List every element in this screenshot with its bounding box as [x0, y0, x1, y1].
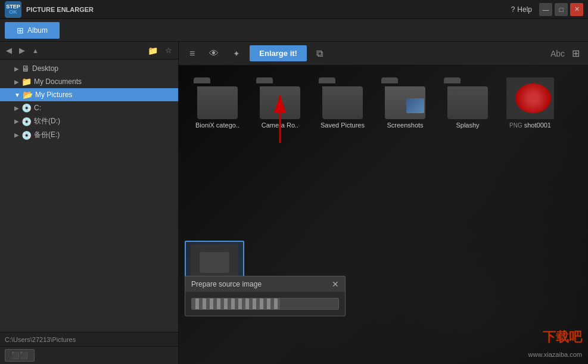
dialog-title: Prepare source image — [191, 280, 262, 288]
image-thumbnail-shot0002 — [191, 244, 238, 280]
image-thumbnail — [506, 77, 554, 119]
folder-thumbnail — [194, 77, 241, 119]
title-bar: STEP OK PICTURE ENLARGER ? Help — □ ✕ — [0, 0, 588, 19]
file-label: Camera Ro.. — [262, 122, 298, 129]
progress-bar-track — [191, 298, 339, 310]
folder-body — [260, 86, 300, 119]
folder-item-screenshots[interactable]: Screenshots — [378, 77, 432, 129]
folder-body — [447, 86, 488, 119]
file-label: Splashy — [456, 122, 479, 129]
folder-thumbnail — [256, 77, 304, 119]
folder-tab — [256, 77, 273, 83]
drive-icon: 💿 — [21, 103, 32, 113]
folder-icon: 🖥 — [21, 64, 30, 73]
file-type-label: PNG — [509, 122, 522, 129]
favorites-button[interactable]: ☆ — [163, 45, 175, 56]
view-text-label: Abc — [550, 49, 565, 58]
bottom-button[interactable]: ⬛⬛ — [5, 349, 35, 362]
expand-icon: ▶ — [14, 132, 19, 138]
sidebar-item-my-pictures[interactable]: ▼ 📂 My Pictures — [0, 88, 178, 101]
sidebar-item-my-documents[interactable]: ▶ 📁 My Documents — [0, 75, 178, 88]
help-icon: ? — [511, 5, 515, 14]
content-toolbar: ≡ 👁 ✦ Enlarge it! ⧉ Abc ⊞ — [179, 42, 588, 66]
maximize-button[interactable]: □ — [555, 3, 568, 16]
folder-body — [322, 86, 363, 119]
sidebar-item-label: Desktop — [32, 64, 58, 73]
image-content — [515, 83, 551, 113]
sidebar: ◀ ▶ ▲ 📁 ☆ ▶ 🖥 Desktop ▶ 📁 My Documents ▼… — [0, 42, 179, 364]
wand-icon: ✦ — [233, 49, 240, 58]
folder-tab — [194, 77, 210, 83]
grid-icon: ⊞ — [572, 48, 580, 58]
back-button[interactable]: ◀ — [4, 45, 14, 56]
folder-body — [197, 86, 238, 119]
sidebar-item-d-drive[interactable]: ▶ 💿 软件(D:) — [0, 114, 178, 128]
eye-button[interactable]: 👁 — [204, 45, 223, 63]
file-grid: BioniX catego.. Camera Ro.. Saved Pictur… — [179, 66, 588, 364]
sidebar-item-label: My Documents — [34, 77, 82, 86]
sidebar-path: C:\Users\27213\Pictures — [0, 332, 178, 346]
stack-icon: ⧉ — [316, 48, 323, 59]
expand-icon: ▶ — [14, 79, 19, 85]
camera-shape — [200, 252, 229, 273]
expand-icon: ▼ — [14, 92, 20, 98]
sidebar-item-e-drive[interactable]: ▶ 💿 备份(E:) — [0, 128, 178, 142]
sidebar-item-label: 软件(D:) — [34, 116, 60, 126]
content-area: ≡ 👁 ✦ Enlarge it! ⧉ Abc ⊞ — [179, 42, 588, 364]
eye-icon: 👁 — [209, 48, 219, 59]
progress-bar-fill — [192, 298, 280, 309]
folder-icon: 📁 — [21, 77, 32, 86]
minimize-button[interactable]: — — [539, 3, 552, 16]
watermark: 下载吧 — [543, 328, 582, 346]
folder-thumbnail — [381, 77, 429, 119]
grid-view-button[interactable]: ⊞ — [570, 45, 582, 61]
wand-button[interactable]: ✦ — [228, 45, 245, 62]
file-label: BioniX catego.. — [195, 122, 239, 129]
progress-dialog: Prepare source image ✕ — [185, 276, 346, 316]
new-folder-button[interactable]: 📁 — [145, 45, 160, 57]
folder-tab — [381, 77, 398, 83]
folder-item-saved-pictures[interactable]: Saved Pictures — [316, 77, 369, 129]
app-title: PICTURE ENLARGER — [26, 6, 511, 13]
enlarge-button[interactable]: Enlarge it! — [250, 45, 307, 61]
drive-icon: 💿 — [21, 117, 32, 126]
app-logo: STEP OK — [5, 1, 21, 18]
up-button[interactable]: ▲ — [30, 46, 41, 55]
folder-thumbnail — [319, 77, 366, 119]
watermark-url: www.xiazaiba.com — [528, 351, 582, 358]
file-label: Saved Pictures — [321, 122, 365, 129]
folder-preview — [406, 98, 424, 113]
album-icon: ⊞ — [17, 26, 24, 35]
folder-item-bionix[interactable]: BioniX catego.. — [191, 77, 244, 129]
folder-tab — [444, 77, 461, 83]
folder-icon: 📂 — [23, 90, 33, 99]
folder-item-splashy[interactable]: Splashy — [441, 77, 494, 129]
help-button[interactable]: ? Help — [511, 5, 532, 14]
sidebar-item-c-drive[interactable]: ▶ 💿 C: — [0, 101, 178, 114]
file-label: Screenshots — [387, 122, 423, 129]
dialog-close-button[interactable]: ✕ — [332, 280, 339, 288]
stack-button[interactable]: ⧉ — [312, 45, 328, 63]
album-button[interactable]: ⊞ Album — [5, 22, 60, 39]
file-label: PNG shot0001 — [509, 122, 551, 129]
file-item-shot0001[interactable]: PNG shot0001 — [503, 77, 557, 129]
expand-icon: ▶ — [14, 118, 19, 125]
toolbar-right: Abc ⊞ — [550, 45, 582, 61]
dialog-titlebar: Prepare source image ✕ — [185, 276, 345, 292]
folder-item-camera-roll[interactable]: Camera Ro.. — [253, 77, 307, 129]
expand-icon: ▶ — [14, 66, 19, 72]
list-view-button[interactable]: ≡ — [185, 45, 200, 63]
sidebar-item-label: C: — [34, 104, 41, 112]
close-button[interactable]: ✕ — [570, 3, 583, 16]
list-icon: ≡ — [189, 48, 195, 59]
sidebar-toolbar: ◀ ▶ ▲ 📁 ☆ — [0, 42, 178, 60]
dialog-body — [185, 292, 345, 316]
sidebar-bottom: ⬛⬛ — [0, 346, 178, 364]
sidebar-item-desktop[interactable]: ▶ 🖥 Desktop — [0, 62, 178, 75]
sidebar-item-label: My Pictures — [35, 91, 73, 99]
folder-tab — [319, 77, 335, 83]
main-layout: ◀ ▶ ▲ 📁 ☆ ▶ 🖥 Desktop ▶ 📁 My Documents ▼… — [0, 42, 588, 364]
expand-icon: ▶ — [14, 105, 19, 111]
sidebar-tree: ▶ 🖥 Desktop ▶ 📁 My Documents ▼ 📂 My Pict… — [0, 60, 178, 332]
forward-button[interactable]: ▶ — [17, 45, 27, 56]
